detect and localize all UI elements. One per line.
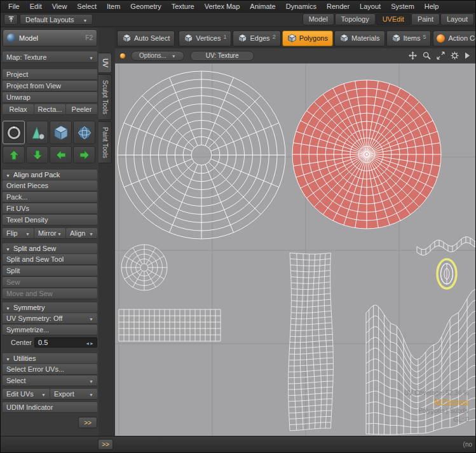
menu-item-item[interactable]: Item	[102, 1, 125, 11]
section-utilities[interactable]: Utilities	[3, 353, 97, 363]
spherical-projection-tool-button[interactable]	[73, 121, 95, 144]
scrub-arrows-icon[interactable]	[85, 339, 93, 346]
dropdown-align[interactable]: Align	[66, 228, 97, 239]
menu-item-system[interactable]: System	[386, 1, 419, 11]
side-tab-uv[interactable]: UV	[99, 53, 112, 73]
layout-tab-layout[interactable]: Layout	[440, 13, 474, 25]
menu-item-geometry[interactable]: Geometry	[125, 1, 166, 11]
button-unwrap[interactable]: Unwrap	[3, 92, 97, 103]
section-split-and-sew[interactable]: Split and Sew	[3, 243, 97, 254]
edit-uvs-dropdown[interactable]: Edit UVs	[3, 389, 50, 400]
menu-item-dynamics[interactable]: Dynamics	[281, 1, 322, 11]
button-orient-pieces[interactable]: Orient Pieces	[3, 180, 97, 191]
gl-count-text: GL: 0	[404, 416, 469, 424]
button-project-from-view[interactable]: Project from View	[3, 81, 97, 91]
button-project[interactable]: Project	[3, 69, 97, 80]
layout-tab-uvedit[interactable]: UVEdit	[376, 13, 411, 25]
button-split[interactable]: Split	[3, 266, 97, 276]
nudge-right-button[interactable]	[73, 146, 95, 163]
mode-label: Items	[404, 34, 421, 42]
options-button[interactable]: Options...	[131, 51, 184, 61]
uv-viewport[interactable]: UV Coverage: 52.36 % All Polygons Polygo…	[115, 64, 475, 436]
polygons-cube-icon	[287, 34, 297, 43]
zoom-icon[interactable]	[423, 51, 431, 60]
mode-button-vertices[interactable]: Vertices1	[179, 30, 231, 46]
mode-button-materials[interactable]: Materials	[334, 30, 385, 46]
button-fit-uvs[interactable]: Fit UVs	[3, 203, 97, 214]
chevron-down-icon	[89, 53, 93, 61]
dropdown-flip[interactable]: Flip	[3, 228, 34, 239]
export-dropdown[interactable]: Export	[50, 389, 97, 400]
mode-button-polygons[interactable]: Polygons	[282, 30, 333, 46]
menu-item-select[interactable]: Select	[72, 1, 102, 11]
nudge-left-button[interactable]	[50, 146, 72, 163]
button-relax[interactable]: Relax	[3, 104, 34, 115]
menu-item-animate[interactable]: Animate	[245, 1, 280, 11]
mode-button-edges[interactable]: Edges2	[233, 30, 280, 46]
side-strip: UVSculpt ToolsPaint Tools	[99, 28, 115, 436]
center-input[interactable]: 0.5	[34, 337, 97, 348]
layout-switcher-dropdown[interactable]: Default Layouts	[20, 14, 93, 25]
action-center-button[interactable]: Action Cen	[433, 30, 475, 46]
play-icon[interactable]	[465, 52, 470, 59]
mode-button-items[interactable]: Items5	[386, 30, 432, 46]
button-split-and-sew-tool[interactable]: Split and Sew Tool	[3, 254, 97, 265]
menu-item-render[interactable]: Render	[322, 1, 355, 11]
layout-tab-paint[interactable]: Paint	[411, 13, 440, 25]
dropdown-label: Align	[70, 229, 85, 237]
align-stack: Orient PiecesPack...Fit UVsTexel Density	[3, 180, 97, 226]
uv-islands-canvas	[115, 64, 475, 436]
layout-tab-model[interactable]: Model	[303, 13, 334, 25]
panel-expand-button[interactable]: >>	[78, 417, 97, 428]
uv-transform-ring-tool-button[interactable]	[3, 121, 25, 144]
button-recta[interactable]: Recta...	[34, 104, 65, 115]
dropdown-label: Mirror	[38, 229, 57, 237]
collapse-triangle-icon	[6, 245, 10, 252]
cube-projection-tool-button[interactable]	[50, 121, 72, 144]
dropdown-mirror[interactable]: Mirror	[34, 228, 65, 239]
selection-scope-text[interactable]: All Polygons	[404, 398, 469, 407]
split-stack: Split and Sew ToolSplitSewMove and Sew	[3, 254, 97, 299]
menu-item-vertex-map[interactable]: Vertex Map	[200, 1, 245, 11]
status-expand-button[interactable]: >>	[98, 439, 113, 450]
gear-icon[interactable]	[451, 51, 459, 60]
menu-item-view[interactable]: View	[47, 1, 72, 11]
layout-bar: Default Layouts ModelTopologyUVEditPaint…	[1, 13, 475, 27]
maximize-icon[interactable]	[437, 51, 445, 60]
chevron-down-icon	[172, 52, 176, 59]
button-texel-density[interactable]: Texel Density	[3, 215, 97, 226]
layout-tabs: ModelTopologyUVEditPaintLayout	[303, 13, 474, 25]
collapse-triangle-icon	[6, 171, 10, 179]
button-pack[interactable]: Pack...	[3, 192, 97, 203]
section-title: Symmetry	[13, 304, 45, 311]
select-dropdown[interactable]: Select	[3, 375, 97, 386]
panel-header[interactable]: Model F2	[3, 29, 97, 46]
chevron-down-icon	[89, 390, 93, 398]
layout-tab-topology[interactable]: Topology	[335, 13, 376, 25]
symmetrize-button[interactable]: Symmetrize...	[3, 325, 97, 335]
select-error-uvs-button[interactable]: Select Error UVs...	[3, 364, 97, 375]
uv-peeler-tool-button[interactable]	[26, 121, 48, 144]
side-tab-paint-tools[interactable]: Paint Tools	[99, 121, 112, 164]
section-align-and-pack[interactable]: Align and Pack	[3, 170, 97, 180]
auto-select-button[interactable]: Auto Select	[117, 30, 175, 46]
menu-item-file[interactable]: File	[3, 1, 25, 11]
side-tab-sculpt-tools[interactable]: Sculpt Tools	[99, 74, 112, 120]
left-column: Model F2 Map: Texture ProjectProject fro…	[1, 28, 115, 436]
menu-item-edit[interactable]: Edit	[25, 1, 47, 11]
menu-item-help[interactable]: Help	[419, 1, 444, 11]
button-peeler[interactable]: Peeler	[66, 104, 97, 115]
menu-item-texture[interactable]: Texture	[167, 1, 200, 11]
map-dropdown[interactable]: Map: Texture	[3, 51, 97, 63]
panel-shortcut: F2	[85, 34, 93, 41]
uv-symmetry-dropdown[interactable]: UV Symmetry: Off	[3, 313, 97, 324]
udim-indicator-button[interactable]: UDIM Indicator	[3, 402, 97, 413]
edit-export-row: Edit UVs Export	[3, 389, 97, 400]
section-symmetry[interactable]: Symmetry	[3, 302, 97, 313]
pan-icon[interactable]	[409, 51, 417, 60]
menu-item-layout[interactable]: Layout	[355, 1, 386, 11]
nudge-down-button[interactable]	[26, 146, 48, 163]
layout-up-button[interactable]	[4, 14, 18, 25]
mode-label: Materials	[351, 34, 380, 42]
nudge-up-button[interactable]	[3, 146, 25, 163]
